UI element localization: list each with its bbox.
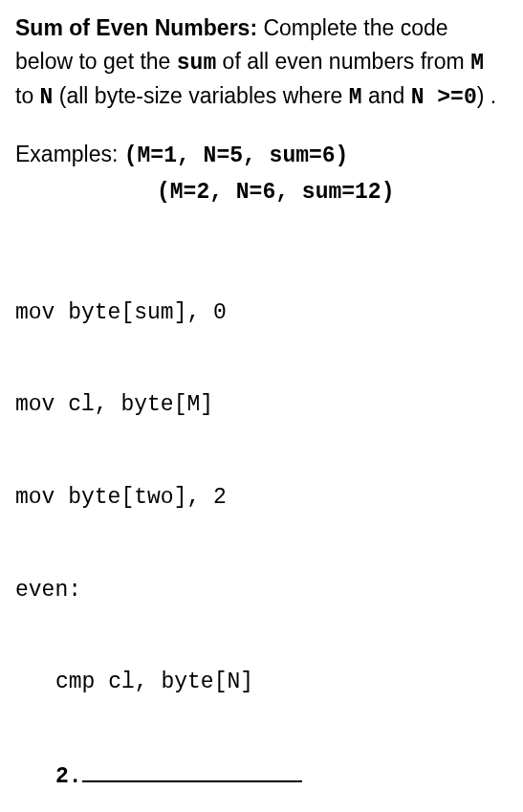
intro-text-2: of all even numbers from xyxy=(216,49,470,74)
intro-text-5: and xyxy=(362,83,411,108)
n-var-2: N xyxy=(411,85,425,110)
code-line-5: cmp cl, byte[N] xyxy=(15,667,508,697)
blank-2-label: 2. xyxy=(55,764,82,789)
example-1: (M=1, N=5, sum=6) xyxy=(124,143,349,168)
problem-title: Sum of Even Numbers: xyxy=(15,15,257,40)
intro-text-3: to xyxy=(15,83,40,108)
assembly-code-block: mov byte[sum], 0 mov cl, byte[M] mov byt… xyxy=(15,236,508,813)
code-line-4: even: xyxy=(15,575,508,605)
blank-2-line: 2. xyxy=(15,759,508,792)
intro-text-6: ) . xyxy=(477,83,496,108)
example-2: (M=2, N=6, sum=12) xyxy=(15,176,508,209)
code-line-2: mov cl, byte[M] xyxy=(15,389,508,420)
intro-text-4: (all byte-size variables where xyxy=(53,83,348,108)
blank-2-field[interactable] xyxy=(82,759,302,782)
sum-var: sum xyxy=(177,51,216,76)
m-var: M xyxy=(470,51,484,76)
problem-statement: Sum of Even Numbers: Complete the code b… xyxy=(15,11,508,115)
m-var-2: M xyxy=(349,85,362,110)
code-line-1: mov byte[sum], 0 xyxy=(15,297,508,328)
code-line-3: mov byte[two], 2 xyxy=(15,482,508,513)
examples-line-1: Examples: (M=1, N=5, sum=6) xyxy=(15,138,508,173)
n-var: N xyxy=(40,85,54,110)
ge-zero: >=0 xyxy=(425,85,477,110)
examples-label: Examples: xyxy=(15,142,124,166)
